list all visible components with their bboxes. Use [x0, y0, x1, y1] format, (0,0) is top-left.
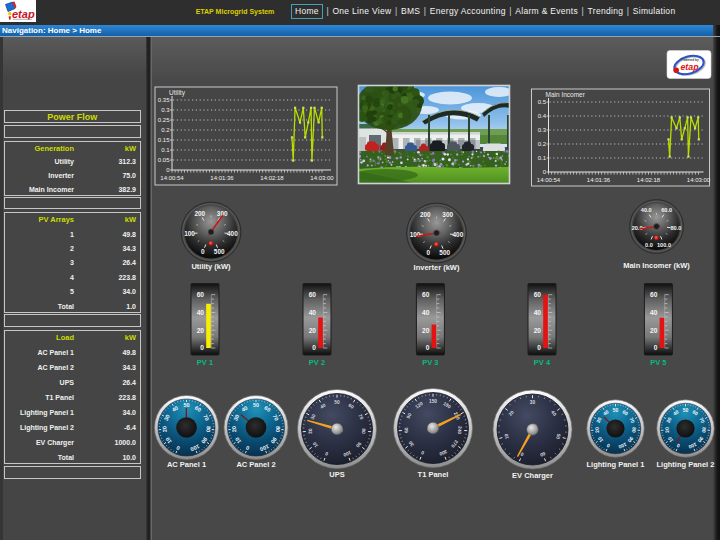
svg-text:EV Charger: EV Charger: [512, 471, 553, 480]
svg-text:20: 20: [161, 426, 167, 433]
svg-text:14:03:00: 14:03:00: [310, 175, 334, 181]
svg-text:500: 500: [214, 248, 225, 255]
svg-text:0.2: 0.2: [538, 141, 547, 147]
svg-text:PV 2: PV 2: [309, 358, 325, 367]
svg-text:150: 150: [429, 399, 437, 404]
svg-text:20: 20: [650, 327, 658, 334]
svg-text:0.15: 0.15: [158, 137, 170, 143]
svg-text:40: 40: [197, 309, 205, 316]
svg-text:50: 50: [683, 407, 689, 413]
svg-text:240: 240: [457, 426, 463, 435]
svg-text:50: 50: [183, 402, 189, 408]
svg-text:Utility: Utility: [169, 89, 186, 97]
svg-text:20: 20: [594, 427, 600, 433]
svg-text:0: 0: [201, 248, 205, 255]
svg-text:60.0: 60.0: [661, 207, 672, 213]
svg-text:100: 100: [410, 231, 421, 238]
svg-text:0.5: 0.5: [538, 99, 547, 105]
svg-text:0.1: 0.1: [161, 147, 170, 153]
svg-text:0: 0: [426, 344, 430, 351]
svg-text:14:00:54: 14:00:54: [160, 175, 184, 181]
svg-text:40: 40: [309, 309, 317, 316]
svg-text:Main Incomer: Main Incomer: [546, 91, 586, 98]
svg-text:0.3: 0.3: [161, 107, 170, 113]
svg-text:500: 500: [439, 249, 450, 256]
svg-text:40.0: 40.0: [641, 207, 652, 213]
svg-text:80: 80: [701, 427, 707, 433]
svg-text:0.4: 0.4: [538, 113, 547, 119]
svg-text:PV 4: PV 4: [534, 358, 551, 367]
svg-text:14:02:18: 14:02:18: [637, 177, 661, 183]
svg-text:300: 300: [442, 211, 453, 218]
svg-text:Main Incomer (kW): Main Incomer (kW): [623, 261, 690, 270]
svg-text:60: 60: [404, 427, 409, 433]
svg-text:14:02:18: 14:02:18: [260, 175, 284, 181]
svg-text:60: 60: [197, 291, 205, 298]
svg-text:0: 0: [312, 344, 316, 351]
svg-text:14:01:36: 14:01:36: [587, 177, 611, 183]
svg-text:80: 80: [361, 428, 366, 434]
svg-text:100.0: 100.0: [657, 242, 671, 248]
svg-text:AC Panel 1: AC Panel 1: [167, 460, 206, 469]
svg-text:14:00:54: 14:00:54: [537, 177, 561, 183]
svg-text:etap: etap: [680, 62, 699, 72]
svg-text:40: 40: [534, 309, 542, 316]
svg-text:80: 80: [205, 426, 211, 433]
svg-text:20: 20: [231, 426, 237, 433]
svg-text:30: 30: [530, 400, 536, 405]
svg-text:100: 100: [184, 230, 195, 237]
svg-text:60: 60: [650, 291, 658, 298]
svg-text:14:01:36: 14:01:36: [210, 175, 234, 181]
svg-text:T1 Panel: T1 Panel: [418, 470, 449, 479]
svg-text:PV 1: PV 1: [197, 358, 213, 367]
svg-text:80: 80: [631, 427, 637, 433]
svg-text:40: 40: [422, 309, 430, 316]
svg-text:0.0: 0.0: [645, 242, 653, 248]
svg-text:20: 20: [534, 327, 542, 334]
svg-text:20: 20: [308, 428, 313, 434]
svg-text:0: 0: [537, 344, 541, 351]
svg-text:PV 5: PV 5: [650, 358, 666, 367]
svg-text:400: 400: [453, 231, 464, 238]
svg-text:80.0: 80.0: [670, 225, 681, 231]
svg-text:PV 3: PV 3: [422, 358, 438, 367]
svg-text:40: 40: [650, 309, 658, 316]
svg-text:50: 50: [334, 400, 340, 405]
svg-text:AC Panel 2: AC Panel 2: [236, 460, 275, 469]
svg-text:0: 0: [427, 249, 431, 256]
svg-text:200: 200: [420, 211, 431, 218]
svg-text:Lighting Panel 1: Lighting Panel 1: [587, 460, 645, 469]
svg-text:0.05: 0.05: [158, 157, 170, 163]
svg-text:20: 20: [664, 427, 670, 433]
svg-text:Utility (kW): Utility (kW): [191, 262, 231, 271]
svg-text:20: 20: [309, 327, 317, 334]
svg-text:20: 20: [197, 327, 205, 334]
svg-text:Inverter (kW): Inverter (kW): [414, 263, 460, 272]
svg-text:UPS: UPS: [329, 470, 344, 479]
svg-text:50: 50: [253, 402, 259, 408]
svg-text:0: 0: [654, 344, 658, 351]
svg-text:50: 50: [613, 407, 619, 413]
svg-text:0.35: 0.35: [158, 97, 170, 103]
svg-text:60: 60: [422, 291, 430, 298]
svg-text:Lighting Panel 2: Lighting Panel 2: [657, 460, 715, 469]
svg-text:20: 20: [422, 327, 430, 334]
svg-text:60: 60: [534, 291, 542, 298]
svg-text:0.1: 0.1: [538, 155, 547, 161]
svg-text:200: 200: [194, 210, 205, 217]
svg-text:0.3: 0.3: [538, 127, 547, 133]
svg-text:0.25: 0.25: [158, 117, 170, 123]
svg-text:0: 0: [200, 344, 204, 351]
svg-text:0.2: 0.2: [161, 127, 170, 133]
svg-text:80: 80: [275, 426, 281, 433]
svg-text:60: 60: [309, 291, 317, 298]
svg-text:400: 400: [227, 230, 238, 237]
svg-text:14:03:00: 14:03:00: [687, 177, 711, 183]
svg-text:Powered by: Powered by: [681, 58, 699, 62]
